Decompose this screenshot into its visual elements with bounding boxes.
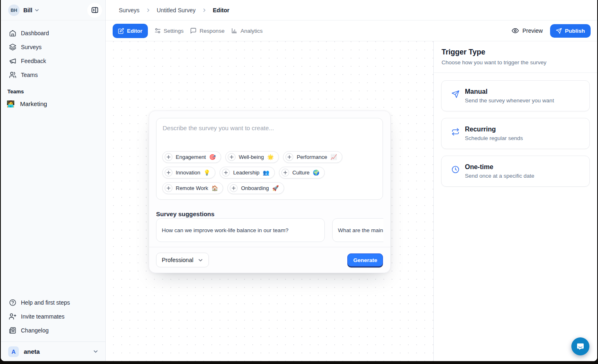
sidebar-item-label: Changelog	[21, 327, 49, 334]
account-avatar: A	[8, 346, 19, 357]
panel-subtitle: Choose how you want to trigger the surve…	[442, 59, 589, 66]
toolbar-actions: Preview Publish	[512, 24, 591, 38]
help-circle-icon	[9, 299, 16, 306]
sidebar-collapse-button[interactable]	[87, 3, 102, 18]
chip-label: Leadership	[233, 170, 259, 176]
chat-launcher-button[interactable]	[571, 337, 589, 355]
chip-label: Engagement	[176, 154, 206, 160]
publish-button[interactable]: Publish	[550, 24, 591, 38]
tab-label: Analytics	[240, 28, 263, 34]
trigger-options: Manual Send the survey whenever you want…	[434, 73, 597, 194]
chevron-right-icon	[202, 7, 207, 13]
sidebar-team-marketing[interactable]: 🧑‍💻 Marketing	[1, 96, 105, 111]
bulb-emoji-icon: 💡	[204, 170, 210, 176]
chip-well-being[interactable]: Well-being 🌟	[225, 151, 279, 163]
content-area: Engagement 🎯 Well-being 🌟 Performance	[106, 41, 597, 361]
sidebar-item-invite[interactable]: Invite teammates	[5, 310, 101, 323]
sidebar: BH Bill Dashboard Surv	[1, 0, 106, 361]
option-title: One-time	[465, 163, 535, 171]
edit-icon	[118, 28, 124, 34]
account-menu[interactable]: A aneta	[1, 341, 105, 361]
user-plus-icon	[9, 313, 16, 320]
trigger-type-panel: Trigger Type Choose how you want to trig…	[433, 41, 597, 361]
sidebar-item-help[interactable]: Help and first steps	[5, 296, 101, 310]
chip-label: Well-being	[239, 154, 264, 160]
chip-performance[interactable]: Performance 📈	[283, 151, 342, 163]
sidebar-item-label: Feedback	[21, 58, 46, 64]
publish-label: Publish	[565, 28, 585, 34]
editor-canvas[interactable]: Engagement 🎯 Well-being 🌟 Performance	[106, 41, 433, 361]
chip-engagement[interactable]: Engagement 🎯	[162, 151, 221, 163]
send-icon	[556, 28, 562, 34]
chevron-down-icon[interactable]	[34, 7, 40, 13]
plus-icon	[165, 184, 172, 192]
workspace-avatar[interactable]: BH	[8, 5, 20, 16]
sidebar-item-feedback[interactable]: Feedback	[5, 54, 101, 68]
plus-icon	[165, 153, 172, 161]
breadcrumb: Surveys Untitled Survey Editor	[106, 0, 597, 20]
tab-response[interactable]: Response	[190, 27, 224, 34]
sidebar-section-teams-label: Teams	[1, 84, 105, 96]
suggestion-card[interactable]: What are the main ob	[332, 218, 383, 242]
sidebar-item-label: Teams	[21, 72, 38, 78]
trigger-option-manual[interactable]: Manual Send the survey whenever you want	[441, 80, 590, 111]
tone-value: Professional	[162, 257, 193, 263]
globe-emoji-icon: 🌍	[313, 170, 319, 176]
layers-icon	[9, 43, 16, 51]
tab-label: Settings	[164, 28, 184, 34]
people-emoji-icon: 👥	[263, 170, 270, 176]
sidebar-header: BH Bill	[1, 0, 105, 20]
star-emoji-icon: 🌟	[267, 154, 274, 160]
house-icon	[9, 29, 16, 37]
suggestion-card[interactable]: How can we improve work-life balance in …	[156, 218, 325, 242]
main-column: Surveys Untitled Survey Editor Editor	[106, 0, 597, 361]
plus-icon	[222, 169, 230, 176]
repeat-icon	[451, 128, 460, 136]
sidebar-item-dashboard[interactable]: Dashboard	[5, 26, 101, 40]
chevron-down-icon	[197, 257, 204, 263]
tab-analytics[interactable]: Analytics	[231, 27, 263, 34]
chip-onboarding[interactable]: Onboarding 🚀	[227, 182, 284, 194]
sidebar-spacer	[1, 111, 105, 293]
tone-select[interactable]: Professional	[156, 253, 209, 267]
sidebar-item-label: Help and first steps	[21, 299, 70, 306]
option-title: Manual	[465, 88, 554, 95]
plus-icon	[228, 153, 236, 161]
megaphone-icon	[9, 57, 16, 65]
breadcrumb-surveys[interactable]: Surveys	[119, 7, 140, 14]
app-window: BH Bill Dashboard Surv	[1, 0, 597, 361]
changelog-icon	[9, 327, 16, 334]
eye-icon	[512, 27, 519, 34]
tab-settings[interactable]: Settings	[154, 27, 184, 34]
sidebar-item-surveys[interactable]: Surveys	[5, 40, 101, 54]
generate-button[interactable]: Generate	[347, 253, 383, 267]
preview-label: Preview	[522, 27, 543, 34]
editor-toolbar: Editor Settings Response Analytics	[106, 20, 597, 41]
chip-label: Culture	[292, 170, 310, 176]
rocket-emoji-icon: 🚀	[272, 185, 279, 191]
workspace-name[interactable]: Bill	[23, 7, 32, 14]
chip-leadership[interactable]: Leadership 👥	[220, 167, 275, 179]
sidebar-nav: Dashboard Surveys Feedback Teams	[1, 20, 105, 84]
trigger-panel-header: Trigger Type Choose how you want to trig…	[434, 41, 597, 73]
chip-culture[interactable]: Culture 🌍	[279, 167, 325, 179]
chip-innovation[interactable]: Innovation 💡	[162, 167, 215, 179]
sidebar-item-label: Dashboard	[21, 30, 49, 36]
breadcrumb-editor: Editor	[213, 7, 229, 14]
plus-icon	[165, 169, 172, 176]
house-emoji-icon: 🏠	[211, 185, 218, 191]
chip-remote-work[interactable]: Remote Work 🏠	[162, 182, 223, 194]
sidebar-item-changelog[interactable]: Changelog	[5, 323, 101, 337]
users-icon	[9, 71, 16, 79]
tab-editor[interactable]: Editor	[113, 24, 148, 38]
breadcrumb-untitled-survey[interactable]: Untitled Survey	[157, 7, 196, 14]
sidebar-item-teams[interactable]: Teams	[5, 68, 101, 82]
trigger-option-recurring[interactable]: Recurring Schedule regular sends	[441, 118, 590, 149]
chip-label: Innovation	[176, 170, 200, 176]
chip-label: Onboarding	[241, 185, 269, 191]
plus-icon	[285, 153, 293, 161]
team-name: Marketing	[20, 100, 47, 107]
preview-button[interactable]: Preview	[512, 27, 543, 34]
trigger-option-one-time[interactable]: One-time Send once at a specific date	[441, 156, 590, 187]
tab-label: Response	[199, 28, 224, 34]
